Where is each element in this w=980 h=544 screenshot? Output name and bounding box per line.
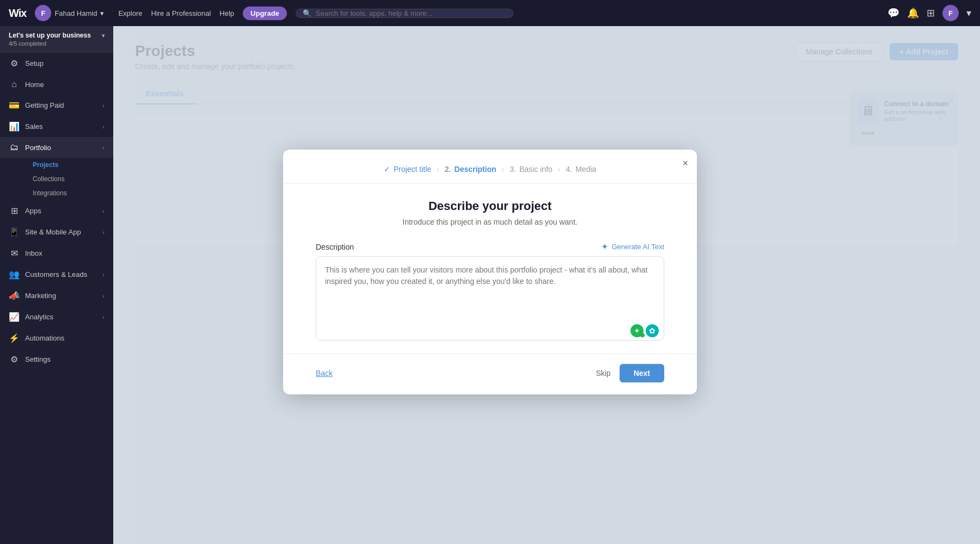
step3-label: Basic info [519,165,553,174]
step-separator-1: › [437,165,439,174]
modal-close-button[interactable]: × [682,158,688,168]
step-project-title: ✓ Project title [384,165,431,174]
step4-num: 4. [566,165,572,174]
modal-stepper: ✓ Project title › 2. Description › 3. Ba… [283,150,697,184]
step-separator-2: › [502,165,505,174]
modal-subtitle-text: Introduce this project in as much detail… [316,218,664,226]
step-media: 4. Media [566,165,596,174]
modal-footer-right: Skip Next [596,364,664,382]
generate-ai-button[interactable]: ✦ Generate AI Text [601,242,664,252]
skip-button[interactable]: Skip [596,369,610,378]
textarea-tools: ✦ ✿ [630,324,659,337]
description-textarea[interactable] [316,256,664,341]
description-field-header: Description ✦ Generate AI Text [316,242,664,252]
modal-wrapper: × ✓ Project title › 2. Description › 3. … [0,0,980,544]
back-button[interactable]: Back [316,369,333,378]
ai-sparkle-icon: ✦ [601,242,608,252]
description-label: Description [316,243,354,251]
step-basic-info: 3. Basic info [510,165,552,174]
modal-body: Describe your project Introduce this pro… [283,184,697,354]
step1-label: Project title [394,165,431,174]
step4-label: Media [575,165,596,174]
textarea-tool-teal-icon[interactable]: ✿ [646,324,659,337]
modal-footer: Back Skip Next [283,354,697,394]
step-separator-3: › [558,165,561,174]
step1-check-icon: ✓ [384,165,390,174]
next-button[interactable]: Next [620,364,664,382]
description-field-wrapper: ✦ ✿ [316,256,664,343]
step2-num: 2. [445,165,451,174]
describe-project-modal: × ✓ Project title › 2. Description › 3. … [283,150,697,394]
step3-num: 3. [510,165,516,174]
step-description: 2. Description [445,165,497,174]
step2-label: Description [455,165,497,174]
generate-ai-label: Generate AI Text [611,243,664,251]
modal-title: Describe your project [316,199,664,213]
textarea-status-dot [640,333,645,337]
